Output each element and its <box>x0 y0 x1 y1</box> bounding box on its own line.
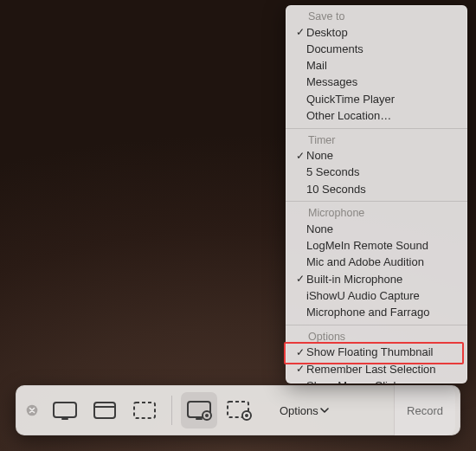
menu-item-label: Mic and Adobe Audition <box>306 255 455 269</box>
menu-item[interactable]: None <box>286 221 467 237</box>
menu-item[interactable]: 10 Seconds <box>286 181 467 197</box>
menu-item-label: Other Location… <box>306 109 455 123</box>
menu-item[interactable]: 5 Seconds <box>286 164 467 181</box>
menu-separator <box>286 325 467 325</box>
menu-section-title: Save to <box>286 9 467 24</box>
menu-item-label: Show Mouse Clicks <box>306 379 455 383</box>
menu-item-label: 5 Seconds <box>306 165 455 179</box>
menu-item[interactable]: Documents <box>286 41 467 57</box>
check-icon: ✓ <box>294 273 306 286</box>
menu-item[interactable]: ✓Desktop <box>286 24 467 41</box>
record-entire-screen-button[interactable] <box>181 392 217 428</box>
check-icon: ✓ <box>294 363 306 376</box>
record-selection-icon <box>226 400 252 421</box>
check-icon: ✓ <box>294 150 306 163</box>
options-menu: Save to✓DesktopDocumentsMailMessagesQuic… <box>286 5 467 383</box>
menu-item-label: None <box>306 222 455 236</box>
svg-point-12 <box>245 414 248 417</box>
svg-rect-7 <box>196 418 203 420</box>
close-icon <box>26 404 38 416</box>
svg-rect-2 <box>61 418 68 420</box>
capture-entire-screen-button[interactable] <box>47 392 83 428</box>
menu-item-label: iShowU Audio Capture <box>306 289 455 303</box>
svg-point-9 <box>205 414 209 417</box>
toolbar-separator <box>171 396 172 425</box>
menu-item-label: Microphone and Farrago <box>306 306 455 319</box>
menu-item-label: Show Floating Thumbnail <box>306 345 455 359</box>
menu-item[interactable]: ✓Show Floating Thumbnail <box>286 345 467 361</box>
menu-item[interactable]: Messages <box>286 74 467 91</box>
record-button[interactable]: Record <box>394 385 455 435</box>
menu-item[interactable]: ✓Remember Last Selection <box>286 361 467 377</box>
screen-icon <box>52 400 78 421</box>
menu-item[interactable]: Mail <box>286 58 467 74</box>
menu-item-label: None <box>306 149 455 163</box>
check-icon: ✓ <box>294 346 306 359</box>
menu-item[interactable]: QuickTime Player <box>286 91 467 107</box>
screenshot-toolbar: Options Record <box>16 385 460 435</box>
menu-item-label: Documents <box>306 42 455 56</box>
menu-item[interactable]: ✓Built-in Microphone <box>286 271 467 287</box>
menu-item[interactable]: Mic and Adobe Audition <box>286 254 467 271</box>
menu-item-label: LogMeIn Remote Sound <box>306 239 455 253</box>
record-mode-group <box>181 392 257 428</box>
window-icon <box>92 400 118 421</box>
svg-rect-5 <box>134 403 155 418</box>
menu-item-label: Desktop <box>306 26 455 40</box>
menu-item-label: Remember Last Selection <box>306 363 455 377</box>
capture-window-button[interactable] <box>87 392 123 428</box>
menu-separator <box>286 201 467 202</box>
chevron-down-icon <box>320 406 329 415</box>
menu-item[interactable]: ✓None <box>286 148 467 164</box>
menu-item[interactable]: LogMeIn Remote Sound <box>286 238 467 254</box>
check-icon: ✓ <box>294 26 306 39</box>
menu-item-label: Messages <box>306 75 455 89</box>
svg-rect-3 <box>94 403 115 418</box>
menu-section-title: Timer <box>286 132 467 148</box>
record-label: Record <box>407 404 443 417</box>
options-button[interactable]: Options <box>267 385 341 435</box>
menu-item-label: Built-in Microphone <box>306 273 455 287</box>
menu-item-label: 10 Seconds <box>306 183 455 197</box>
menu-item[interactable]: Show Mouse Clicks <box>286 377 467 383</box>
menu-item[interactable]: iShowU Audio Capture <box>286 287 467 304</box>
menu-item-label: Mail <box>306 59 455 73</box>
close-button[interactable] <box>24 403 40 418</box>
menu-item[interactable]: Other Location… <box>286 107 467 124</box>
menu-section-title: Options <box>286 329 467 345</box>
svg-rect-1 <box>54 403 76 417</box>
menu-section-title: Microphone <box>286 205 467 221</box>
menu-item[interactable]: Microphone and Farrago <box>286 305 467 321</box>
menu-separator <box>286 128 467 129</box>
record-screen-icon <box>186 400 212 421</box>
record-selection-button[interactable] <box>221 392 257 428</box>
capture-mode-group <box>47 392 163 428</box>
selection-icon <box>132 400 158 421</box>
capture-selection-button[interactable] <box>126 392 163 428</box>
options-label: Options <box>280 404 318 417</box>
menu-item-label: QuickTime Player <box>306 93 455 106</box>
